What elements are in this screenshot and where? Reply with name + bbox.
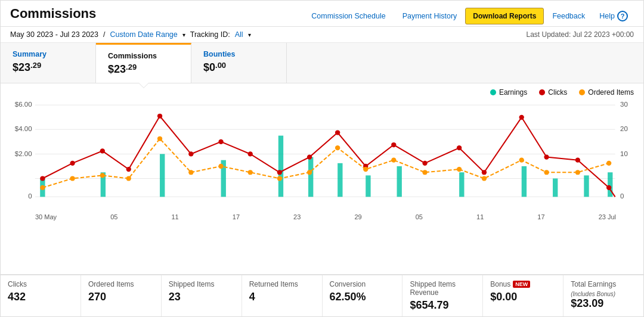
summary-card-bounties[interactable]: Bounties $0.00 (191, 43, 287, 83)
x-label-2: 11 (171, 213, 178, 220)
svg-point-49 (100, 173, 105, 178)
svg-text:10: 10 (620, 150, 628, 157)
svg-point-27 (40, 176, 45, 181)
stats-cell-returned-items: Returned Items 4 (242, 275, 323, 316)
clicks-dot (539, 89, 545, 95)
custom-date-range-link[interactable]: Custom Date Range (110, 30, 178, 39)
svg-text:$2.00: $2.00 (15, 150, 32, 157)
svg-point-43 (519, 115, 524, 120)
x-label-6: 05 (416, 213, 423, 220)
stats-cell-bonus: Bonus NEW $0.00 (483, 275, 564, 316)
svg-rect-23 (522, 166, 527, 197)
svg-rect-25 (584, 176, 589, 197)
tracking-dropdown-arrow[interactable]: ▾ (248, 32, 251, 38)
legend-ordered-items: Ordered Items (579, 88, 634, 97)
svg-point-30 (126, 167, 131, 172)
total-earnings-subtext: (Includes Bonus) (571, 291, 636, 297)
stats-value-shipped-revenue: $654.79 (410, 299, 475, 312)
header: Commissions Commission Schedule Payment … (1, 1, 643, 27)
tab-commission-schedule[interactable]: Commission Schedule (303, 6, 394, 26)
svg-point-42 (482, 170, 487, 175)
svg-point-61 (457, 167, 462, 172)
tracking-value[interactable]: All (235, 30, 243, 39)
svg-point-48 (70, 176, 75, 181)
svg-point-58 (363, 167, 368, 172)
svg-point-45 (575, 158, 580, 163)
header-tabs: Commission Schedule Payment History Down… (303, 6, 634, 26)
summary-card-label-2: Bounties (203, 50, 274, 58)
summary-card-value-0: $23.29 (13, 61, 83, 74)
svg-point-41 (457, 145, 462, 150)
svg-point-53 (218, 164, 223, 169)
svg-point-64 (544, 170, 549, 175)
legend-clicks: Clicks (539, 88, 567, 97)
summary-card-value-1: $23.29 (108, 63, 179, 76)
svg-point-39 (391, 142, 396, 147)
help-label: Help (599, 12, 615, 20)
svg-point-34 (248, 152, 253, 157)
svg-point-31 (157, 114, 162, 119)
chart-wrapper: $6.00 $4.00 $2.00 0 30 20 10 0 (10, 99, 634, 212)
x-label-3: 17 (233, 213, 240, 220)
svg-point-32 (188, 152, 193, 157)
summary-card-summary[interactable]: Summary $23.29 (1, 43, 96, 83)
svg-rect-19 (338, 163, 342, 197)
svg-point-62 (482, 176, 487, 181)
date-dropdown-arrow[interactable]: ▾ (182, 32, 185, 38)
svg-text:$4.00: $4.00 (15, 126, 32, 133)
svg-rect-17 (278, 136, 283, 197)
svg-text:20: 20 (620, 126, 628, 133)
x-label-9: 23 Jul (599, 213, 616, 220)
svg-point-35 (277, 170, 282, 175)
svg-point-46 (606, 185, 611, 190)
svg-point-36 (307, 155, 312, 160)
last-updated: Last Updated: Jul 22 2023 +00:00 (527, 30, 634, 39)
svg-point-66 (606, 161, 611, 166)
stats-value-returned-items: 4 (249, 291, 315, 303)
svg-point-28 (70, 161, 75, 166)
svg-point-54 (248, 170, 253, 175)
legend-ordered-items-label: Ordered Items (588, 88, 634, 97)
stats-value-bonus: $0.00 (490, 291, 556, 303)
stats-cell-conversion: Conversion 62.50% (323, 275, 403, 316)
stats-cell-total-earnings: Total Earnings (Includes Bonus) $23.09 (564, 275, 643, 316)
stats-cell-ordered-items: Ordered Items 270 (81, 275, 162, 316)
stats-header-conversion: Conversion (330, 280, 395, 288)
date-range-separator: / (103, 30, 105, 39)
svg-point-59 (391, 158, 396, 163)
tab-feedback[interactable]: Feedback (544, 6, 593, 26)
summary-card-commissions[interactable]: Commissions $23.29 (96, 43, 191, 83)
svg-point-52 (188, 170, 193, 175)
page-title: Commissions (10, 6, 96, 26)
svg-point-56 (307, 170, 312, 175)
stats-header-shipped-revenue: Shipped Items Revenue (410, 280, 475, 297)
svg-point-60 (422, 170, 427, 175)
stats-value-conversion: 62.50% (330, 291, 395, 303)
tab-payment-history[interactable]: Payment History (394, 6, 466, 26)
stats-value-clicks: 432 (8, 291, 73, 303)
svg-point-44 (544, 155, 549, 160)
ordered-items-dot (579, 89, 585, 95)
svg-point-29 (100, 149, 105, 154)
svg-rect-22 (459, 173, 464, 197)
legend-clicks-label: Clicks (548, 88, 567, 97)
summary-dollar-2: $0 (203, 61, 215, 73)
svg-point-47 (40, 185, 45, 190)
stats-header-ordered-items: Ordered Items (88, 280, 154, 288)
stats-value-ordered-items: 270 (88, 291, 154, 303)
stats-cell-shipped-revenue: Shipped Items Revenue $654.79 (402, 275, 483, 316)
x-label-0: 30 May (35, 213, 57, 220)
chart-area: Earnings Clicks Ordered Items $6.00 (1, 83, 643, 274)
svg-text:0: 0 (28, 193, 32, 200)
help-button[interactable]: Help ? (593, 6, 634, 26)
summary-cents-1: .29 (126, 63, 137, 72)
download-reports-button[interactable]: Download Reports (465, 8, 544, 24)
x-label-7: 11 (476, 213, 484, 220)
svg-rect-24 (553, 179, 558, 197)
earnings-dot (490, 89, 496, 95)
stats-header-bonus: Bonus NEW (490, 280, 556, 288)
stats-header-shipped-items: Shipped Items (169, 280, 234, 288)
stats-cell-shipped-items: Shipped Items 23 (162, 275, 242, 316)
tracking-label: Tracking ID: (190, 30, 230, 39)
svg-rect-18 (308, 157, 313, 197)
